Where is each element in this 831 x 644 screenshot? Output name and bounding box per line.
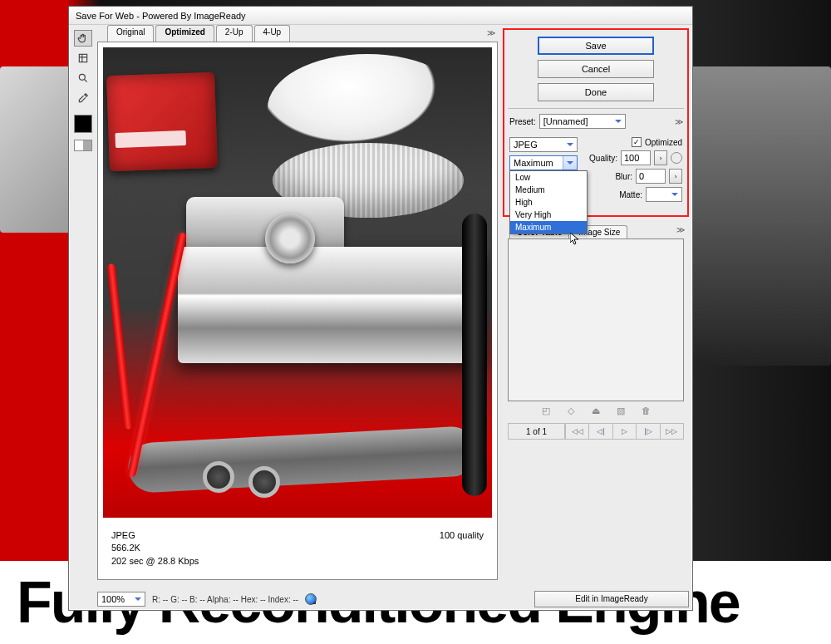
pager-next-icon[interactable]: |▷ (636, 424, 659, 439)
format-select[interactable]: JPEG (509, 137, 578, 152)
settings-panel: Save Cancel Done Preset: [Unnamed] ≫ J (503, 28, 689, 217)
bg-decor (690, 66, 831, 366)
preview-tabs: Original Optimized 2-Up 4-Up ≫ (107, 25, 501, 42)
slice-pager: 1 of 1 ◁◁ ◁| ▷ |▷ ▷▷ (508, 423, 684, 440)
ct-new-icon[interactable]: ▧ (615, 405, 627, 416)
tab-4up[interactable]: 4-Up (254, 25, 291, 42)
save-button[interactable]: Save (538, 37, 654, 55)
preset-value: [Unnamed] (543, 116, 588, 126)
window-title: Save For Web - Powered By ImageReady (76, 11, 246, 21)
optimized-checkbox[interactable]: ✓ (632, 137, 642, 147)
toolstrip (69, 25, 97, 612)
tab-2up[interactable]: 2-Up (216, 25, 253, 42)
quality-option-maximum[interactable]: Maximum (510, 221, 587, 234)
quality-input[interactable]: 100 (621, 150, 651, 165)
preset-select[interactable]: [Unnamed] (539, 114, 626, 129)
section-flyout-icon[interactable]: ≫ (676, 225, 684, 238)
bg-decor (0, 66, 75, 233)
blur-input[interactable]: 0 (636, 169, 666, 184)
color-table-toolbar: ◰ ◇ ⏏ ▧ 🗑 (503, 405, 689, 416)
pager-first-icon[interactable]: ◁◁ (565, 424, 588, 439)
matte-label: Matte: (619, 190, 642, 199)
zoom-select[interactable]: 100% (97, 592, 145, 607)
preview-canvas-frame: JPEG 566.2K 202 sec @ 28.8 Kbps 100 qual… (97, 42, 498, 580)
eyedropper-tool[interactable] (74, 90, 92, 106)
info-transfer: 202 sec @ 28.8 Kbps (111, 555, 199, 568)
bottom-bar: 100% R: -- G: -- B: -- Alpha: -- Hex: --… (97, 590, 689, 608)
quality-preset-dropdown: Low Medium High Very High Maximum (509, 170, 588, 234)
done-button[interactable]: Done (538, 83, 654, 101)
cursor-icon (570, 233, 580, 246)
tab-optimized[interactable]: Optimized (155, 25, 214, 42)
hand-tool[interactable] (74, 30, 92, 47)
optimized-label: Optimized (645, 138, 682, 147)
blur-slider-icon[interactable]: › (669, 169, 682, 184)
info-size: 566.2K (111, 542, 199, 554)
tab-original[interactable]: Original (107, 25, 154, 42)
zoom-tool[interactable] (74, 70, 92, 86)
matte-select[interactable] (646, 187, 682, 202)
format-value: JPEG (514, 140, 538, 150)
pager-prev-icon[interactable]: ◁| (588, 424, 612, 439)
info-quality: 100 quality (440, 529, 484, 569)
quality-mask-icon[interactable] (671, 152, 682, 164)
color-readout: R: -- G: -- B: -- Alpha: -- Hex: -- Inde… (152, 595, 298, 604)
ct-cube-icon[interactable]: ◇ (565, 405, 577, 416)
pager-last-icon[interactable]: ▷▷ (660, 424, 683, 439)
zoom-value: 100% (101, 594, 125, 604)
preview-flyout-icon[interactable]: ≫ (487, 28, 494, 37)
save-for-web-dialog: Save For Web - Powered By ImageReady Ori… (68, 6, 693, 611)
quality-option-medium[interactable]: Medium (510, 184, 587, 196)
svg-rect-0 (79, 54, 86, 61)
edit-in-imageready-button[interactable]: Edit in ImageReady (534, 591, 689, 607)
browser-preview-icon[interactable] (305, 593, 317, 605)
slice-visibility-toggle[interactable] (74, 140, 92, 151)
quality-slider-icon[interactable]: › (654, 150, 667, 165)
eyedropper-color-swatch[interactable] (74, 115, 92, 133)
pager-play-icon[interactable]: ▷ (612, 424, 636, 439)
preset-flyout-icon[interactable]: ≫ (675, 117, 682, 126)
preview-image (103, 47, 492, 518)
quality-preset-select[interactable]: Maximum (509, 155, 578, 170)
preview-info: JPEG 566.2K 202 sec @ 28.8 Kbps 100 qual… (103, 524, 492, 574)
ct-snap-icon[interactable]: ◰ (540, 405, 552, 416)
quality-option-veryhigh[interactable]: Very High (510, 209, 587, 221)
slice-tool[interactable] (74, 50, 92, 66)
ct-lock-icon[interactable]: ⏏ (590, 405, 602, 416)
pager-label: 1 of 1 (509, 424, 565, 439)
quality-preset-value: Maximum (514, 158, 553, 168)
cancel-button[interactable]: Cancel (538, 60, 654, 78)
preview-canvas[interactable] (103, 47, 492, 518)
svg-point-1 (79, 74, 85, 80)
color-table (508, 238, 684, 401)
quality-option-low[interactable]: Low (510, 171, 587, 184)
preset-label: Preset: (509, 117, 536, 126)
titlebar[interactable]: Save For Web - Powered By ImageReady (69, 7, 692, 25)
ct-trash-icon[interactable]: 🗑 (640, 405, 652, 416)
info-format: JPEG (111, 529, 199, 542)
blur-label: Blur: (615, 172, 632, 181)
quality-option-high[interactable]: High (510, 196, 587, 209)
quality-label: Quality: (589, 154, 617, 163)
